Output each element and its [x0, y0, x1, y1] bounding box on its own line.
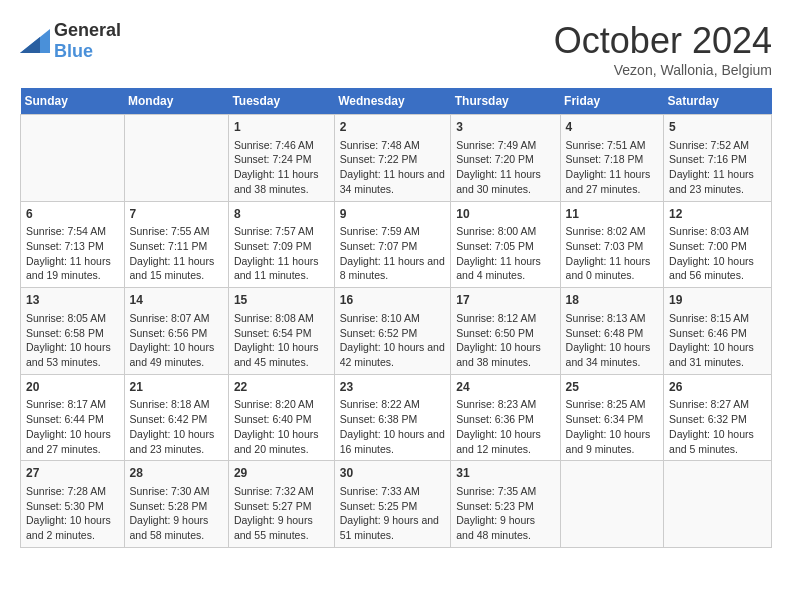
day-info: Sunrise: 8:05 AMSunset: 6:58 PMDaylight:… [26, 311, 119, 370]
day-number: 16 [340, 292, 446, 309]
day-number: 26 [669, 379, 766, 396]
day-info: Sunrise: 8:08 AMSunset: 6:54 PMDaylight:… [234, 311, 329, 370]
calendar-cell: 16Sunrise: 8:10 AMSunset: 6:52 PMDayligh… [334, 288, 451, 375]
month-title: October 2024 [554, 20, 772, 62]
day-info: Sunrise: 7:48 AMSunset: 7:22 PMDaylight:… [340, 138, 446, 197]
day-info: Sunrise: 7:54 AMSunset: 7:13 PMDaylight:… [26, 224, 119, 283]
day-info: Sunrise: 7:28 AMSunset: 5:30 PMDaylight:… [26, 484, 119, 543]
day-info: Sunrise: 8:10 AMSunset: 6:52 PMDaylight:… [340, 311, 446, 370]
day-number: 7 [130, 206, 223, 223]
day-number: 15 [234, 292, 329, 309]
calendar-cell: 29Sunrise: 7:32 AMSunset: 5:27 PMDayligh… [228, 461, 334, 548]
day-number: 11 [566, 206, 659, 223]
calendar-cell: 6Sunrise: 7:54 AMSunset: 7:13 PMDaylight… [21, 201, 125, 288]
calendar-cell: 8Sunrise: 7:57 AMSunset: 7:09 PMDaylight… [228, 201, 334, 288]
calendar-cell: 10Sunrise: 8:00 AMSunset: 7:05 PMDayligh… [451, 201, 560, 288]
logo-text: General Blue [54, 20, 121, 62]
title-area: October 2024 Vezon, Wallonia, Belgium [554, 20, 772, 78]
calendar-cell: 21Sunrise: 8:18 AMSunset: 6:42 PMDayligh… [124, 374, 228, 461]
day-info: Sunrise: 8:13 AMSunset: 6:48 PMDaylight:… [566, 311, 659, 370]
day-info: Sunrise: 8:03 AMSunset: 7:00 PMDaylight:… [669, 224, 766, 283]
day-info: Sunrise: 8:27 AMSunset: 6:32 PMDaylight:… [669, 397, 766, 456]
calendar-cell: 15Sunrise: 8:08 AMSunset: 6:54 PMDayligh… [228, 288, 334, 375]
day-info: Sunrise: 8:15 AMSunset: 6:46 PMDaylight:… [669, 311, 766, 370]
calendar-cell [124, 115, 228, 202]
calendar-week-5: 27Sunrise: 7:28 AMSunset: 5:30 PMDayligh… [21, 461, 772, 548]
calendar-week-4: 20Sunrise: 8:17 AMSunset: 6:44 PMDayligh… [21, 374, 772, 461]
day-number: 5 [669, 119, 766, 136]
subtitle: Vezon, Wallonia, Belgium [554, 62, 772, 78]
day-info: Sunrise: 8:12 AMSunset: 6:50 PMDaylight:… [456, 311, 554, 370]
day-header-wednesday: Wednesday [334, 88, 451, 115]
day-info: Sunrise: 7:33 AMSunset: 5:25 PMDaylight:… [340, 484, 446, 543]
day-info: Sunrise: 7:30 AMSunset: 5:28 PMDaylight:… [130, 484, 223, 543]
calendar-cell: 17Sunrise: 8:12 AMSunset: 6:50 PMDayligh… [451, 288, 560, 375]
day-number: 13 [26, 292, 119, 309]
calendar-cell: 12Sunrise: 8:03 AMSunset: 7:00 PMDayligh… [664, 201, 772, 288]
day-info: Sunrise: 8:20 AMSunset: 6:40 PMDaylight:… [234, 397, 329, 456]
calendar-cell [21, 115, 125, 202]
day-number: 22 [234, 379, 329, 396]
calendar-cell: 5Sunrise: 7:52 AMSunset: 7:16 PMDaylight… [664, 115, 772, 202]
calendar-week-3: 13Sunrise: 8:05 AMSunset: 6:58 PMDayligh… [21, 288, 772, 375]
day-header-tuesday: Tuesday [228, 88, 334, 115]
calendar-cell: 18Sunrise: 8:13 AMSunset: 6:48 PMDayligh… [560, 288, 664, 375]
calendar-cell: 20Sunrise: 8:17 AMSunset: 6:44 PMDayligh… [21, 374, 125, 461]
day-info: Sunrise: 7:57 AMSunset: 7:09 PMDaylight:… [234, 224, 329, 283]
calendar-week-1: 1Sunrise: 7:46 AMSunset: 7:24 PMDaylight… [21, 115, 772, 202]
day-number: 30 [340, 465, 446, 482]
day-number: 27 [26, 465, 119, 482]
logo-icon [20, 29, 50, 53]
day-info: Sunrise: 8:18 AMSunset: 6:42 PMDaylight:… [130, 397, 223, 456]
day-info: Sunrise: 8:00 AMSunset: 7:05 PMDaylight:… [456, 224, 554, 283]
day-number: 31 [456, 465, 554, 482]
day-number: 8 [234, 206, 329, 223]
day-info: Sunrise: 7:55 AMSunset: 7:11 PMDaylight:… [130, 224, 223, 283]
calendar-cell: 23Sunrise: 8:22 AMSunset: 6:38 PMDayligh… [334, 374, 451, 461]
day-number: 3 [456, 119, 554, 136]
calendar-cell: 1Sunrise: 7:46 AMSunset: 7:24 PMDaylight… [228, 115, 334, 202]
day-number: 4 [566, 119, 659, 136]
calendar-cell [664, 461, 772, 548]
calendar-cell: 4Sunrise: 7:51 AMSunset: 7:18 PMDaylight… [560, 115, 664, 202]
svg-marker-1 [20, 37, 40, 53]
day-number: 6 [26, 206, 119, 223]
day-number: 28 [130, 465, 223, 482]
calendar-cell: 24Sunrise: 8:23 AMSunset: 6:36 PMDayligh… [451, 374, 560, 461]
day-header-sunday: Sunday [21, 88, 125, 115]
day-number: 12 [669, 206, 766, 223]
calendar-cell: 28Sunrise: 7:30 AMSunset: 5:28 PMDayligh… [124, 461, 228, 548]
logo-blue: Blue [54, 41, 93, 61]
day-header-monday: Monday [124, 88, 228, 115]
day-number: 24 [456, 379, 554, 396]
header-row: SundayMondayTuesdayWednesdayThursdayFrid… [21, 88, 772, 115]
day-number: 2 [340, 119, 446, 136]
day-info: Sunrise: 8:02 AMSunset: 7:03 PMDaylight:… [566, 224, 659, 283]
day-number: 18 [566, 292, 659, 309]
day-info: Sunrise: 7:59 AMSunset: 7:07 PMDaylight:… [340, 224, 446, 283]
day-number: 19 [669, 292, 766, 309]
day-info: Sunrise: 8:17 AMSunset: 6:44 PMDaylight:… [26, 397, 119, 456]
calendar-cell: 19Sunrise: 8:15 AMSunset: 6:46 PMDayligh… [664, 288, 772, 375]
calendar-cell: 2Sunrise: 7:48 AMSunset: 7:22 PMDaylight… [334, 115, 451, 202]
calendar-cell: 30Sunrise: 7:33 AMSunset: 5:25 PMDayligh… [334, 461, 451, 548]
logo: General Blue [20, 20, 121, 62]
day-info: Sunrise: 7:46 AMSunset: 7:24 PMDaylight:… [234, 138, 329, 197]
day-info: Sunrise: 7:51 AMSunset: 7:18 PMDaylight:… [566, 138, 659, 197]
day-info: Sunrise: 7:32 AMSunset: 5:27 PMDaylight:… [234, 484, 329, 543]
day-number: 17 [456, 292, 554, 309]
day-number: 1 [234, 119, 329, 136]
day-number: 20 [26, 379, 119, 396]
day-number: 9 [340, 206, 446, 223]
calendar-cell: 27Sunrise: 7:28 AMSunset: 5:30 PMDayligh… [21, 461, 125, 548]
calendar-cell: 14Sunrise: 8:07 AMSunset: 6:56 PMDayligh… [124, 288, 228, 375]
calendar-cell: 31Sunrise: 7:35 AMSunset: 5:23 PMDayligh… [451, 461, 560, 548]
day-info: Sunrise: 8:23 AMSunset: 6:36 PMDaylight:… [456, 397, 554, 456]
day-header-friday: Friday [560, 88, 664, 115]
day-number: 29 [234, 465, 329, 482]
day-info: Sunrise: 7:52 AMSunset: 7:16 PMDaylight:… [669, 138, 766, 197]
calendar-cell: 9Sunrise: 7:59 AMSunset: 7:07 PMDaylight… [334, 201, 451, 288]
day-header-saturday: Saturday [664, 88, 772, 115]
calendar-cell: 26Sunrise: 8:27 AMSunset: 6:32 PMDayligh… [664, 374, 772, 461]
day-info: Sunrise: 7:35 AMSunset: 5:23 PMDaylight:… [456, 484, 554, 543]
